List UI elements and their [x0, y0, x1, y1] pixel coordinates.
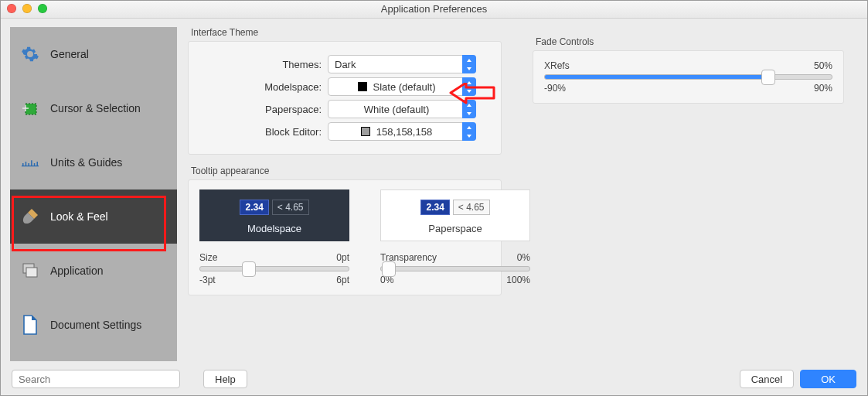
- fade-panel: XRefs 50% -90% 90%: [533, 50, 844, 104]
- annotation-arrow-icon: [449, 83, 495, 109]
- size-slider[interactable]: [199, 266, 349, 271]
- transparency-slider[interactable]: [380, 266, 530, 271]
- windows-icon: [21, 261, 39, 280]
- maximize-icon[interactable]: [38, 4, 47, 13]
- xrefs-min: -90%: [544, 83, 566, 94]
- xrefs-max: 90%: [814, 83, 832, 94]
- size-min: -3pt: [199, 275, 216, 285]
- transparency-max: 100%: [506, 275, 530, 285]
- search-input[interactable]: [12, 370, 180, 388]
- tooltip-modelspace-caption: Modelspace: [216, 223, 333, 234]
- cancel-button[interactable]: Cancel: [740, 370, 794, 388]
- themes-select[interactable]: Dark: [328, 55, 476, 73]
- tooltip-modelspace-primary: 2.34: [240, 200, 268, 215]
- tooltip-modelspace-secondary: < 4.65: [272, 200, 309, 215]
- sidebar-item-label: Look & Feel: [50, 210, 108, 223]
- minimize-icon[interactable]: [22, 4, 32, 13]
- titlebar: Application Preferences: [1, 1, 867, 19]
- cursor-selection-icon: [21, 99, 39, 118]
- tooltip-paperspace-caption: Paperspace: [397, 223, 514, 234]
- sidebar-item-label: Application: [50, 265, 104, 277]
- size-value: 0pt: [336, 252, 349, 263]
- paperspace-label: Paperspace:: [199, 104, 328, 115]
- sidebar-item-label: General: [50, 48, 89, 60]
- chevron-updown-icon: [462, 122, 476, 141]
- close-icon[interactable]: [7, 4, 16, 13]
- block-editor-select[interactable]: 158,158,158: [328, 122, 476, 141]
- section-label-fade: Fade Controls: [536, 36, 844, 47]
- modelspace-label: Modelspace:: [199, 81, 328, 93]
- chevron-updown-icon: [462, 55, 476, 73]
- paperspace-value: White (default): [364, 104, 430, 115]
- size-label: Size: [199, 252, 217, 263]
- themes-value: Dark: [335, 59, 356, 70]
- ruler-icon: [21, 153, 39, 172]
- sidebar-item-label: Document Settings: [50, 319, 141, 331]
- block-editor-swatch: [361, 127, 370, 136]
- svg-rect-2: [26, 268, 37, 277]
- tooltip-preview-paperspace: 2.34 < 4.65 Paperspace: [380, 189, 530, 241]
- xrefs-slider[interactable]: [544, 74, 832, 80]
- svg-rect-0: [26, 104, 36, 114]
- modelspace-value: Slate (default): [373, 81, 436, 93]
- section-label-interface-theme: Interface Theme: [191, 27, 502, 38]
- sidebar-item-application[interactable]: Application: [10, 244, 177, 298]
- help-button[interactable]: Help: [203, 370, 247, 388]
- sidebar-item-label: Cursor & Selection: [50, 102, 141, 114]
- sidebar: General Cursor & Selection Units & Guide…: [10, 27, 177, 361]
- modelspace-swatch: [358, 82, 367, 91]
- window-title: Application Preferences: [381, 3, 487, 15]
- preferences-window: Application Preferences General Cursor &…: [0, 0, 868, 396]
- ok-button[interactable]: OK: [800, 370, 856, 388]
- tooltip-paperspace-secondary: < 4.65: [453, 200, 490, 215]
- block-editor-value: 158,158,158: [376, 126, 432, 138]
- sidebar-item-general[interactable]: General: [10, 27, 177, 81]
- sidebar-item-document-settings[interactable]: Document Settings: [10, 298, 177, 352]
- tooltip-preview-modelspace: 2.34 < 4.65 Modelspace: [199, 189, 349, 241]
- xrefs-value: 50%: [814, 60, 832, 71]
- xrefs-label: XRefs: [544, 60, 570, 71]
- sidebar-item-look-feel[interactable]: Look & Feel: [10, 189, 177, 244]
- transparency-value: 0%: [517, 252, 530, 263]
- paintbrush-icon: [21, 207, 39, 226]
- sidebar-item-cursor-selection[interactable]: Cursor & Selection: [10, 81, 177, 135]
- size-max: 6pt: [336, 275, 349, 285]
- block-editor-label: Block Editor:: [199, 126, 328, 138]
- sidebar-item-units-guides[interactable]: Units & Guides: [10, 135, 177, 189]
- themes-label: Themes:: [199, 59, 328, 70]
- gear-icon: [21, 45, 39, 63]
- footer: Help Cancel OK: [1, 363, 867, 395]
- sidebar-item-label: Units & Guides: [50, 156, 122, 169]
- section-label-tooltip: Tooltip appearance: [191, 166, 502, 176]
- document-icon: [21, 316, 39, 334]
- tooltip-paperspace-primary: 2.34: [420, 200, 449, 215]
- tooltip-panel: 2.34 < 4.65 Modelspace Size 0pt: [188, 179, 502, 295]
